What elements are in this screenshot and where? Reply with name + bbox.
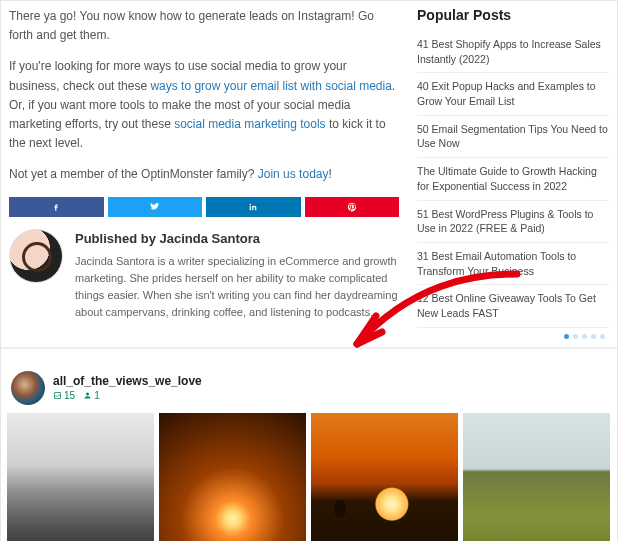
svg-point-0 — [86, 393, 89, 396]
follower-count-icon — [83, 391, 92, 400]
carousel-dot[interactable] — [573, 334, 578, 339]
carousel-dot[interactable] — [582, 334, 587, 339]
carousel-dots — [417, 328, 609, 339]
instagram-username[interactable]: all_of_the_views_we_love — [53, 374, 202, 388]
paragraph: There ya go! You now know how to generat… — [9, 7, 399, 45]
popular-post-link[interactable]: 50 Email Segmentation Tips You Need to U… — [417, 116, 609, 158]
linkedin-icon — [248, 202, 258, 212]
popular-post-link[interactable]: 41 Best Shopify Apps to Increase Sales I… — [417, 31, 609, 73]
instagram-tile[interactable] — [311, 413, 458, 541]
instagram-tile[interactable] — [463, 413, 610, 541]
author-bio: Jacinda Santora is a writer specializing… — [75, 253, 399, 321]
instagram-avatar[interactable] — [11, 371, 45, 405]
popular-post-link[interactable]: 12 Best Online Giveaway Tools To Get New… — [417, 285, 609, 327]
sidebar-heading: Popular Posts — [417, 7, 609, 23]
carousel-dot[interactable] — [564, 334, 569, 339]
paragraph: Not yet a member of the OptinMonster fam… — [9, 165, 399, 184]
carousel-dot[interactable] — [591, 334, 596, 339]
author-box: Published by Jacinda Santora Jacinda San… — [9, 229, 399, 322]
twitter-icon — [149, 201, 160, 212]
instagram-gallery — [7, 413, 611, 541]
share-linkedin-button[interactable] — [206, 197, 301, 217]
link-email-list[interactable]: ways to grow your email list with social… — [150, 79, 391, 93]
author-avatar — [9, 229, 63, 283]
instagram-stats: 15 1 — [53, 390, 202, 401]
image-count-icon — [53, 391, 62, 400]
link-join-today[interactable]: Join us today — [258, 167, 329, 181]
link-marketing-tools[interactable]: social media marketing tools — [174, 117, 325, 131]
share-row — [9, 197, 399, 217]
sidebar: Popular Posts 41 Best Shopify Apps to In… — [409, 7, 609, 339]
paragraph: If you're looking for more ways to use s… — [9, 57, 399, 153]
instagram-tile[interactable] — [7, 413, 154, 541]
share-pinterest-button[interactable] — [305, 197, 400, 217]
popular-post-link[interactable]: The Ultimate Guide to Growth Hacking for… — [417, 158, 609, 200]
popular-post-link[interactable]: 40 Exit Popup Hacks and Examples to Grow… — [417, 73, 609, 115]
share-facebook-button[interactable] — [9, 197, 104, 217]
share-twitter-button[interactable] — [108, 197, 203, 217]
author-heading: Published by Jacinda Santora — [75, 229, 399, 250]
facebook-icon — [51, 202, 61, 212]
article-body: There ya go! You now know how to generat… — [9, 7, 409, 339]
popular-post-link[interactable]: 31 Best Email Automation Tools to Transf… — [417, 243, 609, 285]
instagram-tile[interactable] — [159, 413, 306, 541]
pinterest-icon — [347, 202, 357, 212]
instagram-widget: all_of_the_views_we_love 15 1 — [1, 359, 617, 541]
popular-post-link[interactable]: 51 Best WordPress Plugins & Tools to Use… — [417, 201, 609, 243]
carousel-dot[interactable] — [600, 334, 605, 339]
